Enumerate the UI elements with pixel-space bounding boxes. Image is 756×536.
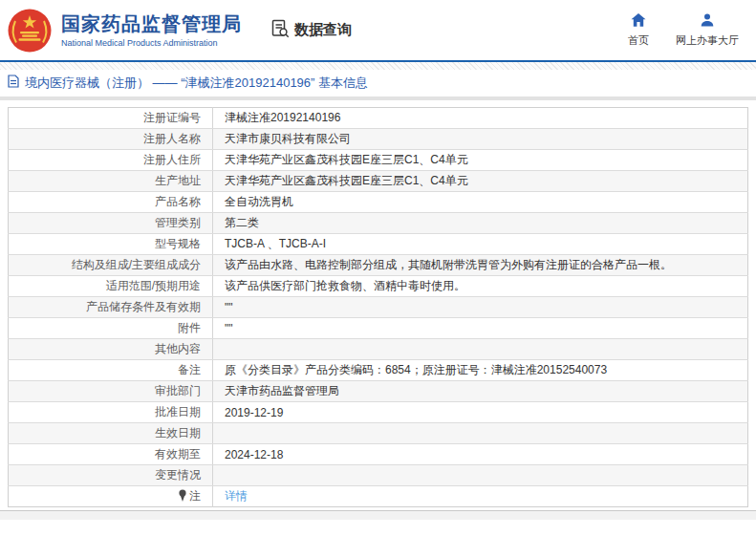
field-label: 变更情况	[9, 465, 213, 486]
field-label: 型号规格	[9, 234, 213, 255]
table-row: 生产地址 天津华苑产业区鑫茂科技园E座三层C1、C4单元	[9, 171, 748, 192]
field-value: 该产品由水路、电路控制部分组成，其随机附带洗胃管为外购有注册证的合格产品一根。	[213, 255, 748, 276]
registration-info-table: 注册证编号 津械注准20192140196 注册人名称 天津市康贝科技有限公司 …	[8, 107, 748, 507]
note-label: 注	[189, 489, 201, 503]
field-value: ""	[213, 318, 748, 339]
document-search-icon	[270, 19, 290, 42]
table-row: 产品储存条件及有效期 ""	[9, 297, 748, 318]
table-row: 生效日期	[9, 423, 748, 444]
field-value: 天津市药品监督管理局	[213, 381, 748, 402]
table-row: 管理类别 第二类	[9, 213, 748, 234]
detail-link[interactable]: 详情	[225, 489, 248, 503]
field-label: 附件	[9, 318, 213, 339]
nav-item-service-hall[interactable]: 网上办事大厅	[676, 13, 739, 48]
pin-icon	[178, 489, 187, 504]
home-icon	[631, 13, 646, 31]
footer-band	[0, 510, 756, 520]
field-label: 注册证编号	[9, 108, 213, 129]
field-label: 生效日期	[9, 423, 213, 444]
field-value: 第二类	[213, 213, 748, 234]
field-value: 天津市康贝科技有限公司	[213, 129, 748, 150]
field-label: 有效期至	[9, 444, 213, 465]
table-row: 注 详情	[9, 486, 748, 507]
org-name-zh: 国家药品监督管理局	[61, 13, 242, 35]
table-row: 批准日期 2019-12-19	[9, 402, 748, 423]
field-value: 全自动洗胃机	[213, 192, 748, 213]
field-value: TJCB-A 、TJCB-A-I	[213, 234, 748, 255]
table-row: 适用范围/预期用途 该产品供医疗部门抢救食物、酒精中毒时使用。	[9, 276, 748, 297]
field-value: 津械注准20192140196	[213, 108, 748, 129]
field-value: 天津华苑产业区鑫茂科技园E座三层C1、C4单元	[213, 171, 748, 192]
table-row: 附件 ""	[9, 318, 748, 339]
table-row: 有效期至 2024-12-18	[9, 444, 748, 465]
field-value: ""	[213, 297, 748, 318]
field-label: 注册人名称	[9, 129, 213, 150]
spacer	[0, 100, 756, 107]
field-value: 天津华苑产业区鑫茂科技园E座三层C1、C4单元	[213, 150, 748, 171]
table-row: 变更情况	[9, 465, 748, 486]
field-value: 2019-12-19	[213, 402, 748, 423]
field-value: 原《分类目录》产品分类编码：6854；原注册证号：津械注准20152540073	[213, 360, 748, 381]
field-label: 批准日期	[9, 402, 213, 423]
nmpa-emblem-logo	[8, 9, 52, 53]
field-label: 审批部门	[9, 381, 213, 402]
field-label: 其他内容	[9, 339, 213, 360]
breadcrumb: 境内医疗器械（注册） —— “津械注准20192140196” 基本信息	[0, 70, 756, 96]
field-label: 注	[9, 486, 213, 507]
nav-label-home: 首页	[628, 33, 649, 48]
field-label: 结构及组成/主要组成成分	[9, 255, 213, 276]
top-nav: 首页 网上办事大厅	[628, 13, 739, 48]
field-value: 该产品供医疗部门抢救食物、酒精中毒时使用。	[213, 276, 748, 297]
table-row: 注册人住所 天津华苑产业区鑫茂科技园E座三层C1、C4单元	[9, 150, 748, 171]
table-row: 结构及组成/主要组成成分 该产品由水路、电路控制部分组成，其随机附带洗胃管为外购…	[9, 255, 748, 276]
person-icon	[701, 13, 714, 31]
field-label: 适用范围/预期用途	[9, 276, 213, 297]
header: 国家药品监督管理局 National Medical Products Admi…	[0, 0, 756, 60]
data-query-section[interactable]: 数据查询	[270, 19, 352, 42]
table-row: 注册人名称 天津市康贝科技有限公司	[9, 129, 748, 150]
field-label: 管理类别	[9, 213, 213, 234]
nav-label-service-hall: 网上办事大厅	[676, 33, 739, 48]
nav-item-home[interactable]: 首页	[628, 13, 649, 48]
field-value	[213, 423, 748, 444]
data-query-label: 数据查询	[294, 21, 352, 39]
table-row: 产品名称 全自动洗胃机	[9, 192, 748, 213]
field-label: 生产地址	[9, 171, 213, 192]
breadcrumb-text: 境内医疗器械（注册） —— “津械注准20192140196” 基本信息	[25, 75, 368, 92]
field-value	[213, 339, 748, 360]
field-value: 详情	[213, 486, 748, 507]
org-name-en: National Medical Products Administration	[61, 38, 242, 48]
org-title-block: 国家药品监督管理局 National Medical Products Admi…	[61, 13, 242, 48]
table-row: 其他内容	[9, 339, 748, 360]
field-label: 产品名称	[9, 192, 213, 213]
field-label: 注册人住所	[9, 150, 213, 171]
field-value: 2024-12-18	[213, 444, 748, 465]
field-value	[213, 465, 748, 486]
table-row: 型号规格 TJCB-A 、TJCB-A-I	[9, 234, 748, 255]
table-row: 审批部门 天津市药品监督管理局	[9, 381, 748, 402]
table-row: 备注 原《分类目录》产品分类编码：6854；原注册证号：津械注准20152540…	[9, 360, 748, 381]
hatch-strip	[0, 62, 756, 70]
field-label: 备注	[9, 360, 213, 381]
document-icon	[8, 75, 19, 92]
table-row: 注册证编号 津械注准20192140196	[9, 108, 748, 129]
field-label: 产品储存条件及有效期	[9, 297, 213, 318]
